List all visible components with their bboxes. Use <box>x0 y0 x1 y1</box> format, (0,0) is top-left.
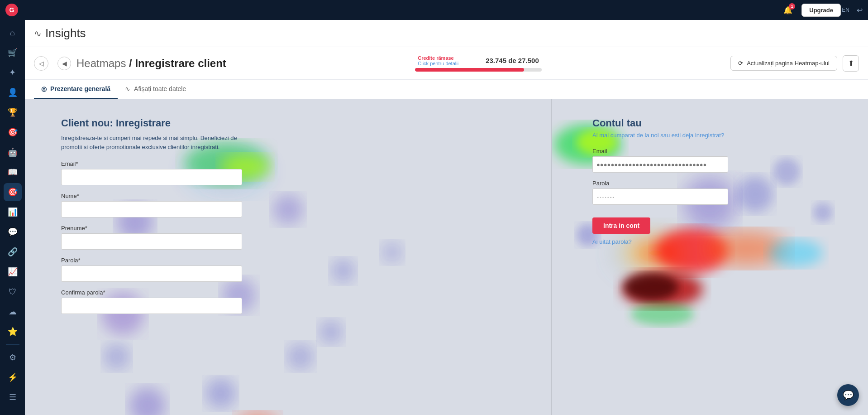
app-logo[interactable]: G <box>5 4 18 16</box>
sidebar-item-trophy[interactable]: 🏆 <box>4 103 22 121</box>
page-title: Heatmaps / Inregistrare client <box>76 57 226 70</box>
left-heatmap-panel: Client nou: Inregistrare Inregistreaza-t… <box>25 99 551 415</box>
name-label: Nume* <box>61 193 529 199</box>
email-input[interactable] <box>61 169 242 185</box>
confirma-input[interactable] <box>61 298 242 314</box>
overview-icon: ◎ <box>41 85 47 92</box>
sidebar-item-lightning[interactable]: ⚡ <box>4 368 22 386</box>
parola-input[interactable] <box>61 265 242 282</box>
sidebar-item-cloud[interactable]: ☁ <box>4 303 22 321</box>
tab-all-data[interactable]: ∿ Afișați toate datele <box>118 80 193 99</box>
name-input[interactable] <box>61 201 242 217</box>
login-email-input[interactable] <box>592 156 728 173</box>
login-password-input[interactable] <box>592 188 728 205</box>
sidebar-item-shop[interactable]: 🛒 <box>4 43 22 62</box>
email-field-group: Email* <box>61 160 529 185</box>
confirma-label: Confirma parola* <box>61 289 529 296</box>
login-password-group: Parola <box>592 180 845 205</box>
export-button[interactable]: ⬆ <box>843 55 859 72</box>
svg-point-23 <box>622 271 703 307</box>
insights-icon: ∿ <box>34 28 42 39</box>
insights-title: Insights <box>45 26 86 40</box>
breadcrumb-current: Inregistrare client <box>135 57 226 69</box>
name-field-group: Nume* <box>61 193 529 217</box>
login-email-label: Email <box>592 148 845 154</box>
right-heatmap-panel: Contul tau Ai mai cumparat de la noi sau… <box>551 99 868 415</box>
svg-point-12 <box>103 343 130 370</box>
chat-widget[interactable]: 💬 <box>837 384 859 406</box>
svg-point-6 <box>287 343 314 370</box>
login-subtitle: Ai mai cumparat de la noi sau esti deja … <box>592 132 845 139</box>
notification-badge: 1 <box>789 3 795 10</box>
sidebar-item-stars[interactable]: ✦ <box>4 63 22 82</box>
navbar-left: G <box>5 4 18 16</box>
sidebar-item-graph[interactable]: 📈 <box>4 263 22 281</box>
header-left: ◁ ◀ Heatmaps / Inregistrare client <box>34 56 226 71</box>
login-title: Contul tau <box>592 117 845 129</box>
svg-point-24 <box>624 273 678 300</box>
left-sidebar: ⌂ 🛒 ✦ 👤 🏆 🎯 🤖 📖 🎯 📊 💬 🔗 📈 🛡 ☁ ⭐ ⚙ ⚡ ☰ <box>0 20 25 415</box>
expand-nav-btn[interactable]: ◁ <box>34 56 48 71</box>
svg-point-8 <box>205 378 236 409</box>
sidebar-item-target[interactable]: 🎯 <box>4 123 22 141</box>
sidebar-item-users[interactable]: 👤 <box>4 83 22 101</box>
registration-form-content: Client nou: Inregistrare Inregistreaza-t… <box>61 117 529 314</box>
login-email-group: Email <box>592 148 845 173</box>
main-content: ∿ Insights ◁ ◀ Heatmaps / Inregistrare c… <box>25 20 868 415</box>
tab-overview[interactable]: ◎ Prezentare generală <box>34 80 118 99</box>
svg-point-28 <box>631 303 694 325</box>
credits-progress-fill <box>415 68 524 72</box>
logout-icon[interactable]: ↩ <box>857 6 863 14</box>
form-description: Inregistreaza-te si cumperi mai repede s… <box>61 134 251 151</box>
confirma-field-group: Confirma parola* <box>61 289 529 314</box>
top-navbar: G 🔔 1 📍 ❓ 🇬🇧 EN ↩ <box>0 0 868 20</box>
sidebar-item-chat[interactable]: 💬 <box>4 223 22 241</box>
credits-progress-bar <box>415 68 542 72</box>
prenume-field-group: Prenume* <box>61 225 529 250</box>
all-data-label: Afișați toate datele <box>134 85 186 92</box>
sidebar-divider <box>6 344 19 345</box>
parola-label: Parola* <box>61 257 529 264</box>
login-password-label: Parola <box>592 180 845 187</box>
header-bar: ◁ ◀ Heatmaps / Inregistrare client Credi… <box>25 47 868 80</box>
svg-point-9 <box>319 320 343 344</box>
login-form-content: Contul tau Ai mai cumparat de la noi sau… <box>588 117 845 245</box>
email-label: Email* <box>61 160 529 167</box>
breadcrumb-parent: Heatmaps <box>76 57 126 69</box>
sidebar-item-heatmap[interactable]: 🎯 <box>4 183 22 201</box>
insights-header: ∿ Insights <box>25 20 868 47</box>
sidebar-item-star[interactable]: ⭐ <box>4 323 22 341</box>
lang-label: EN <box>842 7 849 13</box>
prenume-input[interactable] <box>61 233 242 250</box>
header-right: ⟳ Actualizați pagina Heatmap-ului ⬆ <box>730 55 859 72</box>
credits-link[interactable]: Click pentru detalii <box>418 61 458 66</box>
refresh-icon: ⟳ <box>738 60 743 67</box>
back-button[interactable]: ◀ <box>57 57 71 70</box>
prenume-label: Prenume* <box>61 225 529 232</box>
login-button[interactable]: Intra in cont <box>592 217 650 234</box>
credits-label: Credite rămase <box>418 55 458 61</box>
forgot-password-link[interactable]: Ai uitat parola? <box>592 238 845 245</box>
svg-point-7 <box>129 387 166 415</box>
update-heatmap-button[interactable]: ⟳ Actualizați pagina Heatmap-ului <box>730 56 837 71</box>
sidebar-item-shield[interactable]: 🛡 <box>4 283 22 301</box>
credits-value: 23.745 de 27.500 <box>486 57 539 64</box>
sidebar-item-misc[interactable]: ☰ <box>4 388 22 406</box>
overview-label: Prezentare generală <box>50 85 110 92</box>
form-title: Client nou: Inregistrare <box>61 117 529 129</box>
update-btn-label: Actualizați pagina Heatmap-ului <box>747 60 830 67</box>
sidebar-item-analytics[interactable]: 📊 <box>4 203 22 221</box>
chat-icon: 💬 <box>843 390 854 401</box>
sidebar-item-book[interactable]: 📖 <box>4 163 22 181</box>
parola-field-group: Parola* <box>61 257 529 282</box>
breadcrumb-separator: / <box>129 57 135 69</box>
notification-icon[interactable]: 🔔 1 <box>783 6 792 14</box>
sidebar-item-settings[interactable]: ⚙ <box>4 348 22 367</box>
sidebar-item-home[interactable]: ⌂ <box>4 24 22 42</box>
upgrade-button[interactable]: Upgrade <box>801 4 841 17</box>
login-actions: Intra in cont <box>592 212 845 234</box>
heatmap-area: Client nou: Inregistrare Inregistreaza-t… <box>25 99 868 415</box>
sidebar-item-link[interactable]: 🔗 <box>4 243 22 261</box>
sidebar-item-robot[interactable]: 🤖 <box>4 143 22 161</box>
all-data-icon: ∿ <box>125 85 130 92</box>
